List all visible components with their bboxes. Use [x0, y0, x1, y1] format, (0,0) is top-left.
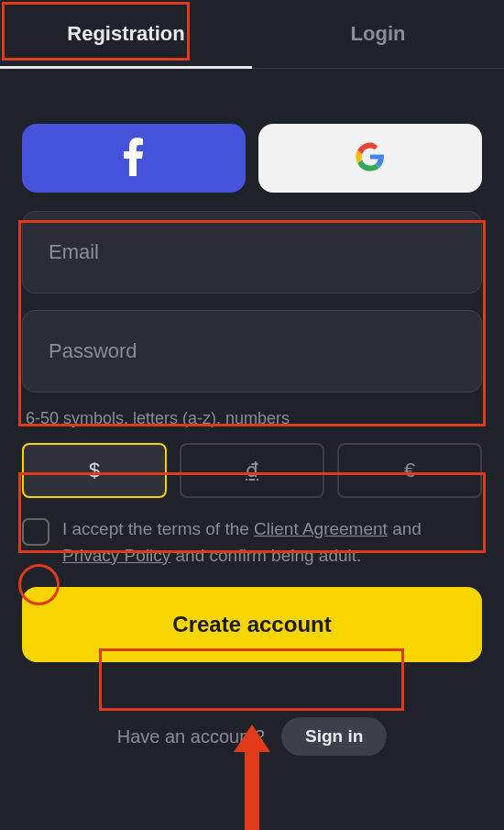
privacy-policy-link[interactable]: Privacy Policy: [62, 546, 170, 565]
facebook-button[interactable]: [22, 124, 246, 193]
tabs: Registration Login: [0, 0, 504, 69]
password-input[interactable]: [22, 310, 482, 393]
currency-vnd[interactable]: ₫: [180, 443, 324, 498]
email-input[interactable]: [22, 211, 482, 293]
have-account-text: Have an account?: [117, 726, 265, 747]
client-agreement-link[interactable]: Client Agreement: [254, 519, 388, 538]
create-account-button[interactable]: Create account: [22, 587, 482, 662]
google-icon: [355, 141, 386, 176]
google-button[interactable]: [258, 124, 482, 193]
currency-usd[interactable]: $: [22, 443, 167, 498]
terms-checkbox[interactable]: [22, 518, 49, 546]
tab-login[interactable]: Login: [252, 0, 504, 68]
facebook-icon: [124, 138, 144, 180]
currency-selector: $ ₫ €: [22, 443, 482, 498]
tab-registration[interactable]: Registration: [0, 0, 252, 68]
sign-in-button[interactable]: Sign in: [281, 717, 387, 756]
currency-eur[interactable]: €: [337, 443, 482, 498]
terms-text: I accept the terms of the Client Agreeme…: [62, 516, 482, 569]
password-hint: 6-50 symbols, letters (a-z), numbers: [26, 409, 482, 428]
